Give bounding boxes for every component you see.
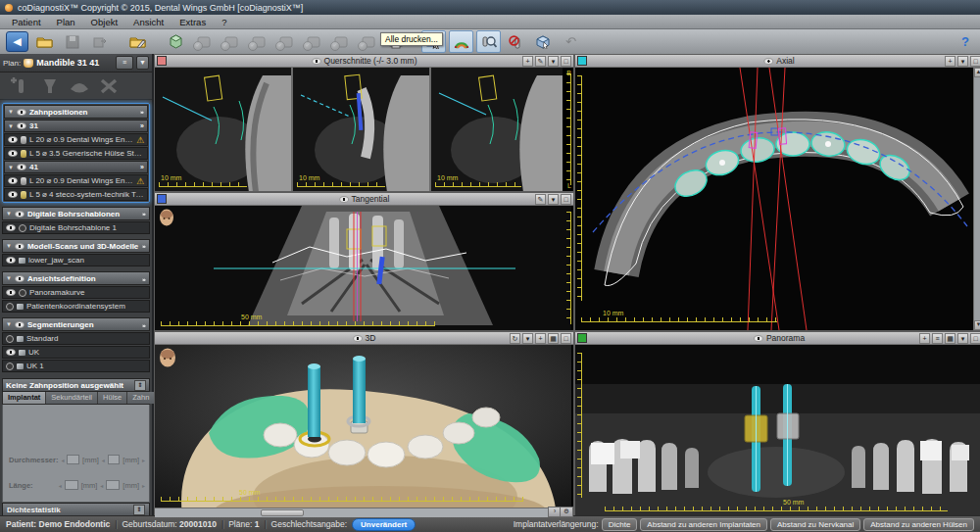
double-chevron-icon[interactable]: »	[142, 211, 146, 217]
expand-icon[interactable]: ▸	[142, 482, 145, 489]
cross-sections-header[interactable]: Querschnitte (-/- 3.0 mm) +✎▾□	[155, 55, 573, 68]
axial-content[interactable]: 10 mm ▲ ▼	[575, 68, 980, 330]
tangential-content[interactable]: 50 mm	[155, 206, 573, 330]
tree-item-sleeve-31[interactable]: L 5 ⌀ 3.5 Generische Hülse Steco endo M.…	[4, 147, 148, 160]
diameter-field-2[interactable]	[108, 455, 121, 464]
menu-patient[interactable]: Patient	[4, 17, 49, 27]
crosshair-icon[interactable]: +	[522, 56, 533, 67]
chevron-down-icon[interactable]: ▾	[957, 333, 968, 344]
maximize-icon[interactable]: □	[561, 56, 571, 67]
chevron-down-icon[interactable]: ▾	[957, 56, 968, 67]
tooth-group-41[interactable]: ▼ 41 »	[4, 161, 148, 173]
tab-huelse[interactable]: Hülse	[98, 392, 127, 404]
crosshair-icon[interactable]: +	[919, 333, 930, 344]
tree-item-drill-41[interactable]: L 20 ⌀ 0.9 Dental Wings Endodontic dril.…	[4, 174, 148, 187]
visibility-eye-icon[interactable]	[8, 177, 18, 184]
tree-item-lower-jaw-scan[interactable]: lower_jaw_scan	[2, 254, 150, 266]
tree-item-uk1[interactable]: UK 1	[2, 360, 150, 372]
visibility-eye-icon[interactable]	[6, 289, 16, 296]
double-chevron-icon[interactable]: »	[140, 109, 144, 115]
grid-icon[interactable]: ▦	[945, 333, 956, 344]
axial-header[interactable]: Axial +▾□	[575, 55, 980, 68]
move-object-button[interactable]	[531, 30, 556, 53]
visibility-eye-icon[interactable]	[6, 257, 16, 264]
visibility-eye-icon[interactable]	[8, 150, 18, 157]
chevron-down-icon[interactable]: ▾	[548, 56, 559, 67]
implant-inspect-button[interactable]	[476, 30, 501, 53]
section-header-segmentierungen[interactable]: ▼ Segmentierungen »	[2, 317, 150, 331]
panorama-header[interactable]: Panorama +≡▦▾□	[575, 332, 980, 345]
tool-icon[interactable]: ✎	[535, 194, 546, 205]
tool-icon[interactable]: ✎	[535, 56, 546, 67]
tree-item-panoramakurve[interactable]: Panoramakurve	[2, 286, 150, 299]
maximize-icon[interactable]: □	[970, 56, 980, 67]
maximize-icon[interactable]: □	[970, 333, 980, 344]
wizard-step-3-button[interactable]: ✓	[246, 30, 270, 53]
horizontal-scrollbar[interactable]	[155, 508, 550, 517]
tab-sekundaerteil[interactable]: Sekundärteil	[46, 392, 98, 404]
menu-objekt[interactable]: Objekt	[83, 17, 125, 27]
visibility-eye-icon[interactable]	[17, 122, 26, 129]
help-button[interactable]: ?	[956, 34, 975, 49]
collapse-stepper-icon[interactable]: ⇕	[133, 505, 145, 515]
scrollbar-thumb[interactable]	[261, 509, 304, 516]
decrement-icon[interactable]: ◂	[61, 457, 64, 463]
panorama-content[interactable]: 50 mm	[575, 345, 980, 517]
visibility-eye-icon[interactable]	[15, 211, 24, 218]
tree-item-standard[interactable]: Standard	[2, 332, 150, 345]
visibility-eye-icon[interactable]	[15, 321, 24, 328]
length-field-2[interactable]	[106, 480, 120, 490]
wizard-step-4-button[interactable]: ✓	[273, 30, 298, 53]
tree-item-bohrschablone[interactable]: Digitale Bohrschablone 1	[2, 221, 150, 234]
tab-zahn[interactable]: Zahn	[127, 392, 155, 404]
visibility-eye-icon[interactable]	[17, 164, 26, 170]
visibility-eye-icon[interactable]	[6, 349, 16, 356]
maximize-icon[interactable]: □	[561, 194, 571, 205]
length-field-1[interactable]	[65, 480, 78, 490]
plan-management-button[interactable]	[125, 30, 150, 53]
double-chevron-icon[interactable]: »	[142, 321, 146, 327]
save-button[interactable]	[60, 30, 84, 53]
plan-dropdown-button[interactable]: ▼	[136, 56, 149, 70]
double-chevron-icon[interactable]: »	[140, 122, 144, 129]
tree-item-koordinatensystem[interactable]: Patientenkoordinatensystem	[2, 300, 150, 313]
tooth-group-31[interactable]: ▼ 31 »	[4, 120, 148, 132]
radio-off-icon[interactable]	[6, 363, 14, 370]
crosshair-icon[interactable]: +	[535, 333, 546, 344]
back-button[interactable]: ◀	[5, 30, 29, 53]
wizard-step-5-button[interactable]: ✓	[301, 30, 325, 53]
visibility-eye-icon[interactable]	[8, 136, 18, 143]
section-header-modellscans[interactable]: ▼ Modell-Scans und 3D-Modelle »	[2, 239, 150, 253]
diameter-field-1[interactable]	[67, 455, 79, 464]
expand-icon[interactable]: ▸	[142, 457, 145, 463]
vertical-scrollbar[interactable]: ▲ ▼	[973, 68, 980, 330]
double-chevron-icon[interactable]: »	[142, 243, 146, 249]
maximize-icon[interactable]: □	[561, 333, 571, 344]
radio-off-icon[interactable]	[6, 303, 14, 311]
wizard-step-7-button[interactable]: ✓	[356, 30, 380, 53]
section-header-bohrschablonen[interactable]: ▼ Digitale Bohrschablonen »	[2, 207, 150, 220]
wizard-step-2-button[interactable]: ✓	[219, 30, 243, 53]
radio-off-icon[interactable]	[6, 335, 14, 343]
visibility-eye-icon[interactable]	[15, 243, 24, 250]
rotate-icon[interactable]: ↻	[510, 333, 520, 344]
view-settings-button[interactable]: ⚙	[560, 507, 573, 517]
export-button[interactable]	[87, 30, 112, 53]
tree-item-uk[interactable]: UK	[2, 346, 150, 359]
visibility-eye-icon[interactable]	[8, 191, 18, 198]
collision-warning-button[interactable]	[504, 30, 528, 53]
panorama-mode-button[interactable]	[449, 30, 473, 53]
open-patient-button[interactable]	[32, 30, 57, 53]
decrement-icon[interactable]: ◂	[59, 482, 62, 489]
tree-item-sleeve-41[interactable]: L 5 ⌀ 4 steco-system-technik Titanium-pu…	[4, 188, 148, 201]
distance-sleeves-button[interactable]: Abstand zu anderen Hülsen	[863, 518, 974, 531]
undo-button[interactable]: ↶	[559, 30, 583, 53]
decrement-icon[interactable]: ◂	[100, 482, 103, 489]
menu-extras[interactable]: Extras	[172, 17, 214, 27]
density-statistics-bar[interactable]: Dichtestatistik ⇕	[2, 503, 150, 516]
plan-menu-button[interactable]: ≡	[116, 56, 133, 70]
menu-help[interactable]: ?	[214, 17, 234, 27]
collapse-stepper-icon[interactable]: ⇕	[134, 380, 146, 391]
grid-icon[interactable]: ▦	[548, 333, 559, 344]
cross-sections-content[interactable]: 10 mm 10 mm	[155, 68, 573, 191]
